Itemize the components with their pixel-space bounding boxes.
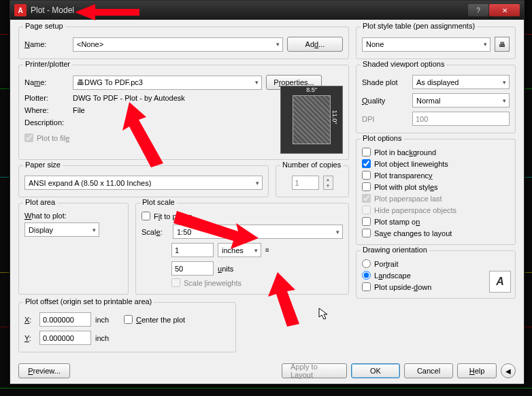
copies-group: Number of copies 1 ▲▼ <box>276 165 349 197</box>
shaded-viewport-legend: Shaded viewport options <box>361 60 446 68</box>
page-setup-group: Page setup Name: <None> Add... <box>18 27 349 59</box>
paper-height-label: 11.0″ <box>332 110 339 125</box>
shade-plot-select[interactable]: As displayed <box>412 75 510 89</box>
preview-button[interactable]: Preview... <box>18 363 70 378</box>
window-title: Plot - Model <box>31 5 468 15</box>
plot-lw-checkbox[interactable] <box>362 159 371 168</box>
plot-dialog: A Plot - Model ? ✕ Page setup Name: <Non… <box>10 0 525 384</box>
paper-size-group: Paper size ANSI expand A (8.50 x 11.00 I… <box>18 165 269 197</box>
landscape-radio[interactable] <box>362 271 371 280</box>
portrait-label: Portrait <box>374 260 398 268</box>
shaded-viewport-group: Shaded viewport options Shade plotAs dis… <box>356 65 516 133</box>
center-plot-checkbox[interactable] <box>124 315 133 324</box>
landscape-label: Landscape <box>374 271 411 280</box>
hide-pspace-label: Hide paperspace objects <box>374 206 456 214</box>
quality-select[interactable]: Normal <box>412 93 510 108</box>
paper-width-label: 8.5″ <box>293 86 330 93</box>
plot-stamp-checkbox[interactable] <box>362 217 371 226</box>
copies-spinner: ▲▼ <box>323 176 333 190</box>
x-unit-label: inch <box>95 316 120 324</box>
plot-styles-checkbox[interactable] <box>362 182 371 191</box>
ok-button[interactable]: OK <box>351 363 400 378</box>
close-button[interactable]: ✕ <box>489 4 520 16</box>
upside-down-checkbox[interactable] <box>362 282 371 291</box>
plot-pspace-checkbox <box>362 194 371 203</box>
help-button[interactable]: ? <box>468 4 488 16</box>
plot-style-select[interactable]: None <box>362 37 491 52</box>
paper-size-select[interactable]: ANSI expand A (8.50 x 11.00 Inches) <box>24 176 263 190</box>
add-button[interactable]: Add... <box>287 37 343 52</box>
plot-to-file-checkbox <box>24 133 33 142</box>
plot-bg-label: Plot in background <box>374 148 436 156</box>
plot-pspace-label: Plot paperspace last <box>374 195 442 203</box>
orientation-icon: A <box>489 271 511 293</box>
y-label: Y: <box>24 334 35 342</box>
desc-label: Description: <box>24 118 69 127</box>
orientation-group: Drawing orientation Portrait Landscape P… <box>356 250 516 299</box>
cancel-button[interactable]: Cancel <box>404 363 453 378</box>
plot-trans-label: Plot transparency <box>374 171 433 180</box>
save-changes-checkbox[interactable] <box>362 229 371 237</box>
dpi-label: DPI <box>362 115 408 123</box>
plot-stamp-label: Plot stamp on <box>374 218 420 226</box>
where-label: Where: <box>24 106 69 114</box>
paper-size-legend: Paper size <box>23 161 63 169</box>
fit-to-paper-label: Fit to paper <box>154 212 192 220</box>
apply-to-layout-button: Apply to Layout <box>282 363 347 378</box>
plot-style-table-group: Plot style table (pen assignments) None … <box>356 27 516 59</box>
printer-name-select[interactable]: 🖶 DWG To PDF.pc3 <box>73 76 262 90</box>
plot-options-legend: Plot options <box>361 134 403 142</box>
plot-area-legend: Plot area <box>23 198 57 206</box>
plot-style-table-legend: Plot style table (pen assignments) <box>361 22 477 30</box>
x-input[interactable]: 0.000000 <box>39 312 91 327</box>
plot-lw-label: Plot object lineweights <box>374 160 448 168</box>
page-setup-name-select[interactable]: <None> <box>73 37 283 52</box>
quality-label: Quality <box>362 97 408 105</box>
scale-value-2-input[interactable]: 50 <box>171 261 214 276</box>
help-button-bottom[interactable]: Help <box>457 363 497 378</box>
scale-select[interactable]: 1:50 <box>173 225 343 239</box>
printer-group: Printer/plotter Name: 🖶 DWG To PDF.pc3 P… <box>18 65 349 160</box>
portrait-radio[interactable] <box>362 259 371 268</box>
plot-options-group: Plot options Plot in background Plot obj… <box>356 139 516 245</box>
plotter-value: DWG To PDF - Plot - by Autodesk <box>73 94 185 102</box>
copies-input: 1 <box>292 176 319 190</box>
plot-styles-label: Plot with plot styles <box>374 183 438 191</box>
plot-to-file-label: Plot to file <box>37 134 69 142</box>
save-changes-label: Save changes to layout <box>374 229 452 237</box>
equals-icon: ≡ <box>265 246 269 254</box>
center-plot-label: Center the plot <box>136 316 185 324</box>
what-to-plot-select[interactable]: Display <box>24 222 99 237</box>
plotter-label: Plotter: <box>24 94 69 102</box>
plot-scale-legend: Plot scale <box>140 198 177 206</box>
plot-bg-checkbox[interactable] <box>362 148 371 156</box>
y-unit-label: inch <box>95 334 109 342</box>
plot-area-group: Plot area What to plot: Display <box>18 203 129 295</box>
units-label: units <box>218 265 261 273</box>
plot-trans-checkbox[interactable] <box>362 171 371 180</box>
printer-legend: Printer/plotter <box>23 60 72 68</box>
page-setup-name-label: Name: <box>24 40 69 48</box>
what-to-plot-label: What to plot: <box>24 212 122 220</box>
copies-legend: Number of copies <box>280 161 343 169</box>
scale-lineweights-label: Scale lineweights <box>184 279 242 287</box>
collapse-button[interactable]: ◀ <box>501 363 516 378</box>
fit-to-paper-checkbox[interactable] <box>142 212 150 220</box>
plot-offset-group: Plot offset (origin set to printable are… <box>18 302 236 352</box>
paper-preview: 8.5″ 11.0″ <box>280 86 343 154</box>
where-value: File <box>73 106 85 114</box>
x-label: X: <box>24 316 35 324</box>
titlebar[interactable]: A Plot - Model ? ✕ <box>10 1 524 20</box>
plot-style-edit-button[interactable]: 🖶 <box>495 37 510 52</box>
scale-value-1-input[interactable]: 1 <box>171 243 214 257</box>
y-input[interactable]: 0.000000 <box>39 331 91 345</box>
scale-unit-select[interactable]: inches <box>218 243 261 257</box>
printer-name-label: Name: <box>24 78 69 86</box>
shade-plot-label: Shade plot <box>362 78 408 86</box>
app-icon: A <box>14 4 27 16</box>
plot-scale-group: Plot scale Fit to paper Scale:1:50 1 inc… <box>135 203 349 295</box>
plot-offset-legend: Plot offset (origin set to printable are… <box>23 297 154 306</box>
hide-pspace-checkbox <box>362 205 371 214</box>
upside-down-label: Plot upside-down <box>374 283 431 291</box>
scale-lineweights-checkbox <box>171 278 180 287</box>
